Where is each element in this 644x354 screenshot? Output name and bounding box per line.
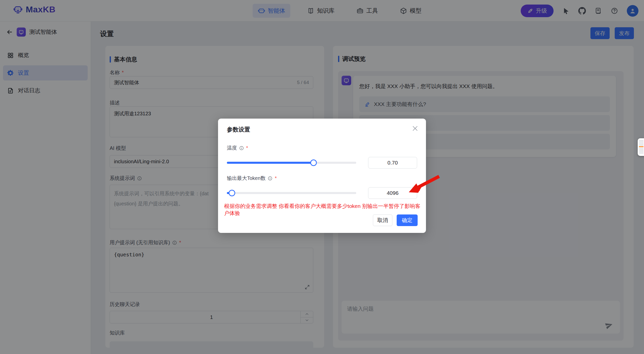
temperature-slider-handle[interactable] (310, 159, 317, 166)
translate-widget-orange-line (639, 146, 643, 147)
translate-widget-lines-icon (639, 140, 643, 154)
confirm-button[interactable]: 确定 (397, 214, 418, 226)
required-asterisk: * (275, 175, 277, 181)
temperature-slider-fill (227, 162, 314, 164)
max-tokens-slider-handle[interactable] (229, 190, 235, 196)
parameter-settings-modal: 参数设置 温度 * 0.70 输出最大Token数 * (218, 119, 426, 233)
cancel-button[interactable]: 取消 (373, 214, 392, 226)
info-icon (239, 146, 244, 151)
close-icon[interactable] (411, 125, 419, 132)
temperature-label: 温度 * (227, 145, 248, 151)
max-tokens-label: 输出最大Token数 * (227, 175, 277, 182)
modal-title: 参数设置 (227, 126, 250, 133)
max-tokens-slider[interactable] (227, 192, 356, 194)
required-asterisk: * (246, 145, 248, 151)
info-icon (268, 176, 273, 181)
app-window: MaxKB 智能体 知识库 (0, 0, 644, 354)
temperature-slider[interactable] (227, 162, 356, 164)
temperature-value-input[interactable]: 0.70 (368, 157, 417, 169)
translate-widget[interactable] (638, 138, 644, 156)
temperature-value: 0.70 (388, 160, 398, 166)
annotation-warning-text: 根据你的业务需求调整 你看看你的客户大概需要多少token 别输出一半暂停了影响… (224, 203, 424, 217)
max-tokens-value-input[interactable]: 4096 (368, 187, 417, 199)
max-tokens-value: 4096 (387, 190, 399, 196)
